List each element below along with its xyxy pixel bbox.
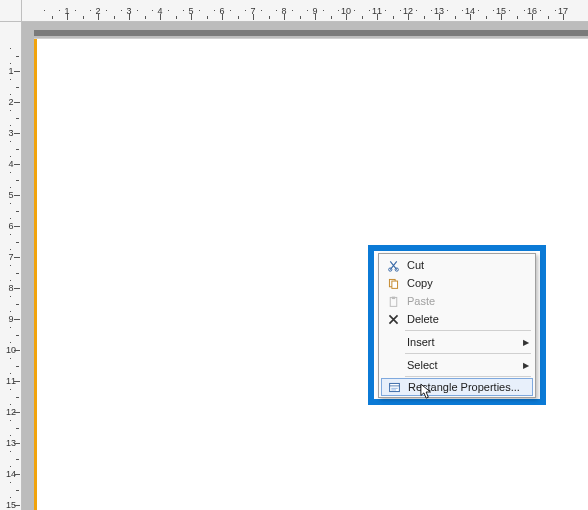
copy-icon [383,277,403,290]
clipboard-icon [383,295,403,308]
svg-rect-5 [391,296,394,298]
menu-item-copy[interactable]: Copy [381,274,533,292]
menu-separator [405,330,531,331]
menu-label: Select [403,359,523,371]
page-shadow [34,30,588,36]
context-menu: Cut Copy Paste Delete Insert ▶ [378,253,536,398]
menu-item-delete[interactable]: Delete [381,310,533,328]
menu-label: Rectangle Properties... [404,381,528,393]
ruler-corner [0,0,22,22]
menu-item-cut[interactable]: Cut [381,256,533,274]
menu-item-insert[interactable]: Insert ▶ [381,333,533,351]
submenu-arrow-icon: ▶ [523,361,529,370]
svg-rect-3 [391,281,397,288]
menu-label: Insert [403,336,523,348]
scissors-icon [383,259,403,272]
menu-label: Paste [403,295,529,307]
menu-item-rectangle-properties[interactable]: Rectangle Properties... [381,378,533,396]
vertical-ruler[interactable]: 123456789101112131415 [0,22,22,510]
menu-item-paste: Paste [381,292,533,310]
menu-label: Delete [403,313,529,325]
editor-workspace: 1234567891011121314151617 12345678910111… [0,0,588,510]
menu-label: Copy [403,277,529,289]
properties-icon [384,381,404,394]
horizontal-ruler[interactable]: 1234567891011121314151617 [22,0,588,22]
submenu-arrow-icon: ▶ [523,338,529,347]
menu-separator [405,376,531,377]
left-margin-indicator [34,39,37,510]
menu-separator [405,353,531,354]
delete-x-icon [383,313,403,326]
menu-label: Cut [403,259,529,271]
menu-item-select[interactable]: Select ▶ [381,356,533,374]
